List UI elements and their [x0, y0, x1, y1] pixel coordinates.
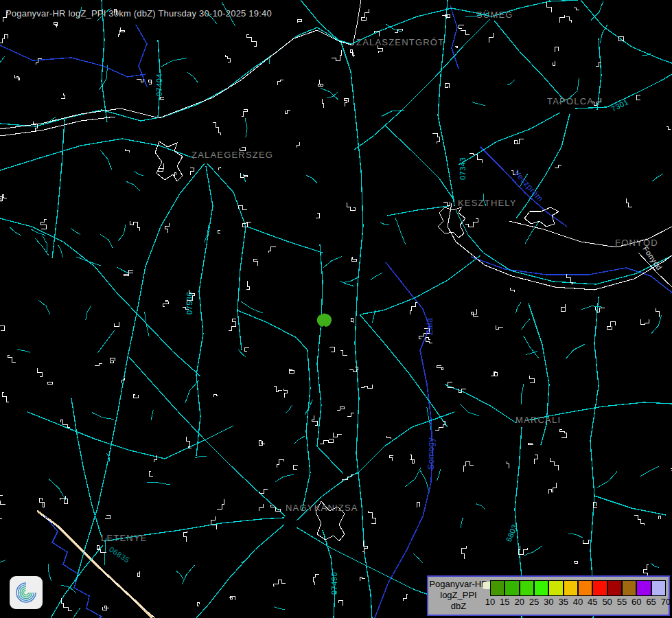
met-service-logo — [10, 576, 43, 609]
legend-tick: 30 — [544, 597, 553, 607]
legend-swatch — [505, 580, 519, 596]
legend-tick: 40 — [573, 597, 583, 607]
legend-tick: 35 — [558, 597, 568, 607]
legend-tick: 25 — [529, 597, 539, 607]
county-label: Zala — [425, 318, 435, 335]
road-number-label: 07490 — [330, 572, 338, 595]
legend-swatch — [578, 580, 592, 596]
legend-scale-ticks: 10152025303540455055606570 — [428, 597, 669, 609]
legend-swatch — [651, 580, 666, 596]
legend-swatch — [520, 580, 534, 596]
legend-tick: 60 — [632, 597, 641, 607]
legend-tick: 20 — [514, 597, 524, 607]
legend-tick: 65 — [646, 597, 656, 607]
road-number-label: 7301 — [610, 98, 629, 113]
railway-layer — [0, 0, 672, 618]
legend-swatch — [622, 580, 636, 596]
legend-swatch — [490, 580, 505, 596]
legend-tick: 50 — [602, 597, 612, 607]
legend-color-scale — [490, 580, 666, 596]
legend-swatch — [548, 580, 563, 596]
road-layer — [0, 0, 672, 618]
county-label: Veszprém — [512, 168, 546, 204]
legend-station-label: Poganyvar-HR — [428, 579, 489, 590]
city-label: LETENYE — [101, 533, 148, 543]
city-label-layer: SÜMEGZALASZENTGRÓTTAPOLCAZALAEGERSZEGKES… — [101, 10, 658, 543]
city-label: ZALASZENTGRÓT — [356, 37, 444, 47]
city-label: KESZTHELY — [458, 198, 517, 208]
county-label: Somogy — [426, 437, 436, 470]
radar-display: SÜMEGZALASZENTGRÓTTAPOLCAZALAEGERSZEGKES… — [0, 0, 672, 618]
legend-swatch — [607, 580, 622, 596]
city-label: NAGYKANIZSA — [286, 503, 358, 513]
radar-echo — [317, 314, 332, 327]
map-canvas: SÜMEGZALASZENTGRÓTTAPOLCAZALAEGERSZEGKES… — [0, 0, 672, 618]
road-number-label: 06835 — [108, 545, 131, 564]
city-label: ZALAEGERSZEG — [192, 150, 273, 160]
minor-roads-layer — [0, 0, 663, 618]
radar-header-text: Poganyvar-HR logZ_PPI 30km (dbZ) Thursda… — [5, 8, 272, 19]
legend-swatch — [636, 580, 651, 596]
road-number-label: 07404 — [155, 73, 163, 96]
city-label: SÜMEG — [476, 10, 513, 20]
city-label: MARCALI — [515, 415, 561, 425]
legend-swatch — [592, 580, 607, 596]
city-label: TAPOLCA — [547, 96, 594, 106]
legend-tick: 55 — [617, 597, 627, 607]
legend-swatch — [564, 580, 578, 596]
spiral-icon — [12, 578, 40, 607]
legend-tick: 10 — [485, 597, 495, 607]
legend-tick: 15 — [500, 597, 509, 607]
legend: Poganyvar-HR logZ_PPI dbZ 10152025303540… — [427, 575, 670, 616]
city-label: FONYÓD — [615, 238, 658, 248]
road-number-label: 07343 — [459, 157, 467, 180]
legend-swatch — [534, 580, 548, 596]
legend-tick: 45 — [588, 597, 597, 607]
road-number-label: 07536 — [185, 292, 194, 314]
road-number-label: 6803 — [505, 523, 519, 543]
county-border-layer — [375, 147, 567, 618]
legend-tick: 70 — [661, 597, 671, 607]
